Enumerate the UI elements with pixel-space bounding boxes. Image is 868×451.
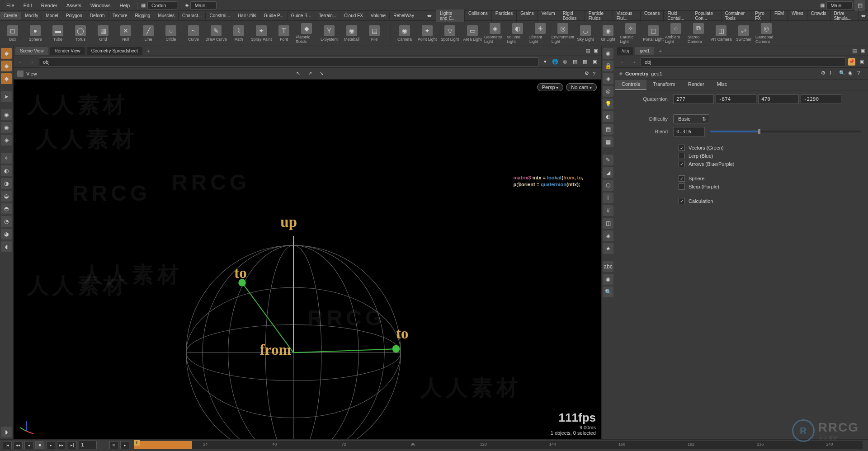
check-sphere[interactable]: Sphere (619, 175, 864, 182)
path-r-icon-2[interactable]: ▣ (858, 58, 865, 66)
tool-path[interactable]: ⌇Path (228, 22, 250, 45)
shelf-tab[interactable]: Container Tools (722, 9, 752, 22)
shelf-tab[interactable]: Crowds (807, 9, 830, 22)
rt-1[interactable]: ◉ (603, 48, 613, 59)
pane-tab[interactable]: Render View (50, 47, 85, 55)
tool-bottom[interactable]: ◗ (1, 427, 12, 437)
arrow-tool[interactable]: ➤ (1, 91, 12, 102)
first-frame-button[interactable]: |◂ (3, 441, 12, 449)
quat-z[interactable] (758, 94, 799, 104)
path-field-right[interactable]: obj (641, 57, 845, 66)
path-icon-2[interactable]: 🌐 (552, 58, 559, 66)
tool-d[interactable]: ✧ (1, 153, 12, 164)
tool-geometry-light[interactable]: ◈Geometry Light (484, 22, 506, 45)
shelf-tab[interactable]: FEM (771, 9, 788, 22)
menu-render[interactable]: Render (38, 2, 61, 9)
timeline-track[interactable]: 24487296120144168192216240 1 (134, 441, 863, 449)
shelf-tab[interactable]: Cloud FX (340, 12, 367, 19)
rt-9[interactable]: ✎ (603, 155, 613, 165)
menu-edit[interactable]: Edit (20, 2, 36, 9)
shelf-tab[interactable]: Guide B... (288, 12, 315, 19)
quat-x[interactable] (673, 94, 714, 104)
shelf-tab[interactable]: Collisions (465, 9, 492, 22)
check-slerp-purple-[interactable]: Slerp (Purple) (619, 183, 864, 190)
shelf-tab[interactable]: Oceans (641, 9, 664, 22)
quat-w[interactable] (801, 94, 841, 104)
shelf-tab[interactable]: Fluid Contai... (664, 9, 691, 22)
rt-5[interactable]: 💡 (603, 99, 613, 109)
tool-gi-light[interactable]: ◉GI Light (597, 22, 619, 45)
snap-icon-1[interactable]: ↖ (294, 70, 302, 78)
tool-vr-camera[interactable]: ◫VR Camera (710, 22, 732, 45)
rt-11[interactable]: ⬡ (603, 180, 613, 191)
pane-tab[interactable]: geo1 (635, 47, 654, 55)
realtime-button[interactable]: ▸ (120, 441, 129, 449)
rt-16[interactable]: ★ (603, 243, 613, 254)
shelf-tab[interactable]: Populate Con... (691, 9, 721, 22)
tool-sky-light[interactable]: ◡Sky Light (575, 22, 596, 45)
tool-platonic-solids[interactable]: ◆Platonic Solids (296, 22, 317, 45)
tool-volume-light[interactable]: ◐Volume Light (507, 22, 528, 45)
rt-13[interactable]: # (603, 205, 613, 216)
tool-circle[interactable]: ○Circle (160, 22, 182, 45)
shelf-tab[interactable]: Hair Utils (234, 12, 260, 19)
menu-help[interactable]: Help (116, 2, 133, 9)
blend-field[interactable] (673, 127, 705, 136)
shelf-tab[interactable]: Viscous Flui... (613, 9, 641, 22)
tool-j[interactable]: ◕ (1, 229, 12, 240)
rt-19[interactable]: 🔍 (603, 287, 613, 297)
tool-file[interactable]: ▤File (363, 22, 385, 45)
shelf-tab[interactable]: Grains (517, 9, 538, 22)
last-frame-button[interactable]: ▸| (68, 441, 77, 449)
desktop-dropdown[interactable]: Main (190, 1, 217, 9)
tool-grid[interactable]: ▦Grid (92, 22, 114, 45)
view-opt-icon[interactable]: ⚙ (583, 70, 590, 77)
shelf-tab[interactable]: Particle Fluids (585, 9, 613, 22)
shelf-tab[interactable]: Pyro FX (751, 9, 771, 22)
tool-g[interactable]: ◒ (1, 191, 12, 202)
tool-area-light[interactable]: ▭Area Light (462, 22, 483, 45)
shelf-tab[interactable]: Wires (788, 9, 807, 22)
play-button[interactable]: ■ (35, 441, 44, 449)
shelf-tab[interactable]: Model (42, 12, 62, 19)
loop-button[interactable]: ↻ (109, 441, 118, 449)
tool-a[interactable]: ◉ (1, 109, 12, 120)
shelf-tab[interactable]: Modify (21, 12, 42, 19)
rt-15[interactable]: ◈ (603, 230, 613, 241)
path-icon-1[interactable]: ▾ (542, 58, 549, 66)
tool-switcher[interactable]: ⇄Switcher (733, 22, 755, 45)
rt-3[interactable]: ◈ (603, 73, 613, 84)
rt-4[interactable]: ◎ (603, 86, 613, 97)
tool-spot-light[interactable]: ▽Spot Light (439, 22, 461, 45)
help-icon[interactable]: ? (857, 70, 864, 77)
rt-7[interactable]: ▤ (603, 124, 613, 135)
shelf-tab[interactable]: Vellum (538, 9, 559, 22)
nav-back-r[interactable]: ← (618, 58, 627, 66)
desktop-dropdown-right[interactable]: Main (826, 1, 853, 9)
rt-6[interactable]: ◐ (603, 111, 613, 122)
check-lerp-blue-[interactable]: Lerp (Blue) (619, 153, 864, 159)
shelf-tab[interactable]: Polygon (62, 12, 86, 19)
shelf-tab[interactable]: Lights and C... (436, 9, 465, 22)
tool-torus[interactable]: ◯Torus (70, 22, 91, 45)
frame-field[interactable] (79, 441, 97, 449)
shelf-tab[interactable]: Charact... (179, 12, 206, 19)
pane-tab[interactable]: Scene View (15, 47, 48, 55)
user-dropdown[interactable]: Corbin (147, 1, 177, 9)
tool-sphere[interactable]: ●Sphere (24, 22, 46, 45)
tool-metaball[interactable]: ◉Metaball (341, 22, 363, 45)
check-arrows-blue-purple-[interactable]: Arrows (Blue/Purple) (619, 161, 864, 167)
tool-draw-curve[interactable]: ✎Draw Curve (205, 22, 227, 45)
shelf-tab[interactable]: Rigid Bodies (559, 9, 585, 22)
cam-badge[interactable]: No cam ▾ (566, 83, 597, 91)
rt-10[interactable]: ◢ (603, 167, 613, 178)
nav-fwd[interactable]: → (28, 58, 36, 66)
tool-f[interactable]: ◑ (1, 178, 12, 189)
snap-icon-2[interactable]: ↗ (306, 70, 314, 78)
tool-box[interactable]: ◻Box (2, 22, 24, 45)
shelf-tab[interactable]: Create (0, 12, 21, 19)
param-tab-controls[interactable]: Controls (615, 80, 646, 90)
gear-icon[interactable]: ⚙ (821, 70, 828, 77)
tool-k[interactable]: ◖ (1, 241, 12, 252)
add-tab-button-right[interactable]: + (656, 47, 664, 55)
